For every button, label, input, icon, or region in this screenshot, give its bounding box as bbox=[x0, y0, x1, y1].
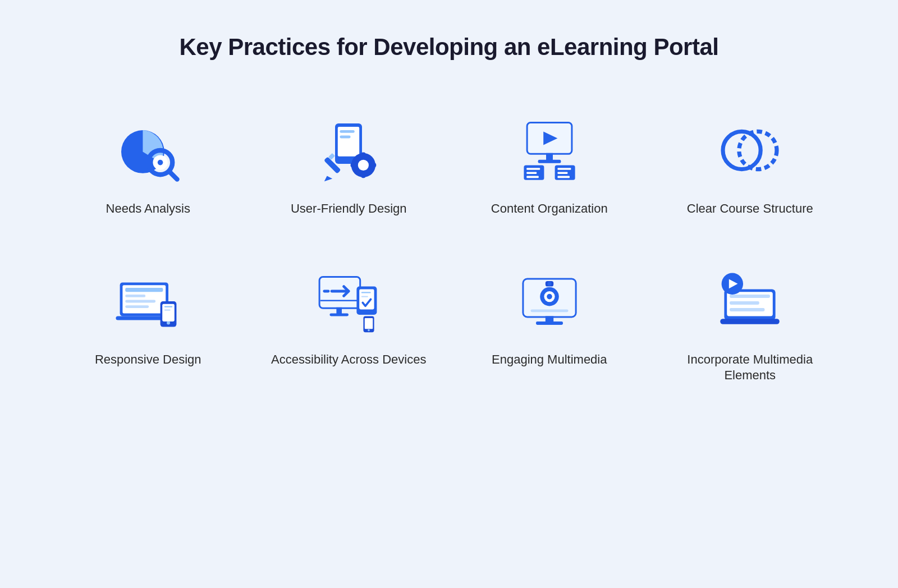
svg-rect-28 bbox=[557, 168, 571, 170]
svg-rect-13 bbox=[351, 163, 356, 167]
needs-analysis-icon bbox=[114, 117, 182, 184]
svg-point-65 bbox=[547, 293, 552, 299]
svg-rect-68 bbox=[530, 309, 568, 312]
svg-line-3 bbox=[169, 171, 177, 179]
svg-rect-62 bbox=[536, 321, 563, 325]
svg-point-67 bbox=[547, 282, 551, 286]
content-organization-icon bbox=[516, 117, 583, 184]
user-friendly-design-label: User-Friendly Design bbox=[291, 201, 407, 217]
svg-rect-26 bbox=[526, 176, 539, 178]
svg-marker-16 bbox=[324, 176, 332, 182]
svg-rect-55 bbox=[361, 296, 368, 297]
svg-rect-8 bbox=[340, 136, 351, 139]
clear-course-structure-label: Clear Course Structure bbox=[687, 201, 813, 217]
card-incorporate-multimedia-elements: Incorporate Multimedia Elements bbox=[658, 251, 842, 395]
svg-rect-30 bbox=[557, 176, 570, 178]
svg-rect-14 bbox=[371, 163, 377, 167]
svg-rect-35 bbox=[125, 288, 163, 292]
card-clear-course-structure: Clear Course Structure bbox=[658, 100, 842, 228]
svg-rect-46 bbox=[320, 278, 360, 307]
card-engaging-multimedia: Engaging Multimedia bbox=[457, 251, 642, 395]
svg-rect-36 bbox=[125, 295, 145, 297]
svg-rect-25 bbox=[526, 172, 537, 174]
svg-rect-11 bbox=[361, 153, 365, 158]
svg-point-10 bbox=[358, 160, 369, 171]
svg-rect-37 bbox=[125, 300, 155, 302]
svg-rect-57 bbox=[365, 318, 373, 329]
svg-rect-50 bbox=[337, 307, 342, 314]
svg-rect-51 bbox=[330, 313, 349, 316]
svg-rect-7 bbox=[340, 130, 355, 133]
svg-rect-43 bbox=[164, 309, 171, 310]
svg-rect-22 bbox=[538, 160, 561, 163]
svg-rect-12 bbox=[361, 173, 365, 178]
svg-point-4 bbox=[158, 160, 163, 166]
svg-rect-24 bbox=[526, 168, 540, 170]
svg-rect-72 bbox=[730, 295, 770, 298]
accessibility-across-devices-icon bbox=[315, 268, 382, 335]
responsive-design-label: Responsive Design bbox=[95, 352, 201, 368]
incorporate-multimedia-elements-label: Incorporate Multimedia Elements bbox=[670, 352, 831, 384]
page-title: Key Practices for Developing an eLearnin… bbox=[180, 34, 719, 61]
card-needs-analysis: Needs Analysis bbox=[56, 100, 240, 228]
clear-course-structure-icon bbox=[716, 117, 784, 184]
card-user-friendly-design: User-Friendly Design bbox=[257, 100, 441, 228]
svg-rect-42 bbox=[164, 306, 172, 307]
svg-point-58 bbox=[368, 329, 370, 331]
user-friendly-design-icon bbox=[315, 117, 382, 184]
svg-point-44 bbox=[167, 321, 170, 324]
card-content-organization: Content Organization bbox=[457, 100, 642, 228]
accessibility-across-devices-label: Accessibility Across Devices bbox=[271, 352, 426, 368]
svg-rect-73 bbox=[730, 301, 759, 305]
svg-rect-54 bbox=[361, 292, 371, 293]
practices-grid: Needs Analysis bbox=[56, 100, 842, 395]
svg-rect-71 bbox=[720, 319, 780, 324]
content-organization-label: Content Organization bbox=[491, 201, 608, 217]
incorporate-multimedia-elements-icon bbox=[716, 268, 784, 335]
card-accessibility-across-devices: Accessibility Across Devices bbox=[257, 251, 441, 395]
needs-analysis-label: Needs Analysis bbox=[106, 201, 190, 217]
engaging-multimedia-label: Engaging Multimedia bbox=[492, 352, 607, 368]
svg-rect-29 bbox=[557, 172, 567, 174]
card-responsive-design: Responsive Design bbox=[56, 251, 240, 395]
engaging-multimedia-icon bbox=[516, 268, 583, 335]
svg-rect-74 bbox=[730, 308, 764, 311]
responsive-design-icon bbox=[114, 268, 182, 335]
svg-rect-38 bbox=[125, 305, 149, 308]
